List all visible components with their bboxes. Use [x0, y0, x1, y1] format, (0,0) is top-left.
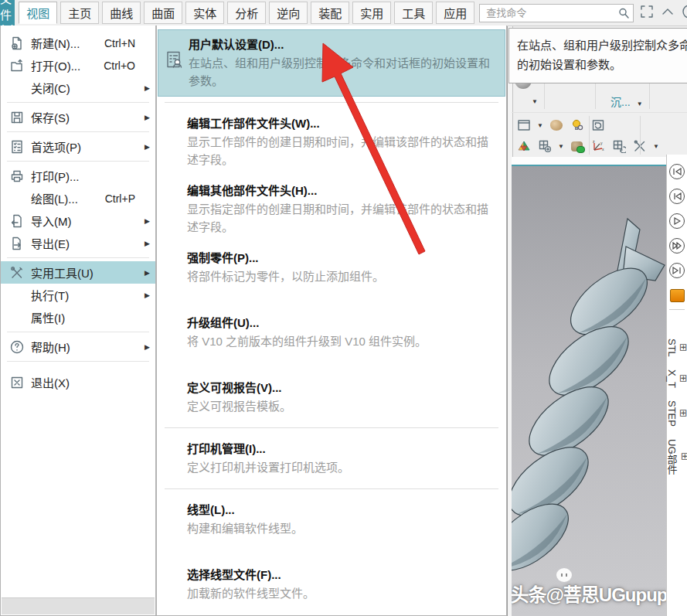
tab-surface[interactable]: 曲面	[144, 2, 182, 24]
utilities-tools-icon	[7, 264, 27, 281]
import-icon	[7, 213, 27, 230]
export-part-icon[interactable]	[670, 289, 685, 302]
user-defaults-icon	[165, 50, 185, 73]
group-divider	[649, 83, 650, 109]
chevron-down-icon[interactable]: ▼	[558, 143, 564, 150]
tab-export-stl[interactable]: ⊞STL	[666, 339, 687, 357]
chevron-down-icon[interactable]: ▼	[653, 143, 659, 150]
playback-rewind-icon[interactable]	[669, 164, 685, 179]
export-format-tabs: ⊞STL ⊞X_T ⊞STEP ⊞UG部件	[667, 339, 687, 474]
tab-application[interactable]: 应用	[436, 2, 474, 24]
view-orient-icon[interactable]	[611, 138, 627, 154]
light-bulb-icon[interactable]	[570, 117, 585, 133]
submenu-item-upgrade-components[interactable]: 升级组件(U)... 将 V10 之前版本的组件升级到 V10 组件实例。	[157, 308, 506, 357]
tab-assembly[interactable]: 装配	[311, 2, 349, 24]
playback-play-icon[interactable]	[669, 213, 685, 229]
history-refresh-icon[interactable]	[590, 117, 606, 133]
export-icon	[7, 235, 27, 252]
grid-tab-icon: ⊞	[678, 343, 687, 352]
graphics-viewport[interactable]: 头条@菩思UGupup	[512, 166, 666, 616]
menu-item-open[interactable]: 打开(O)... Ctrl+O	[1, 54, 155, 77]
ribbon-overflow-row: ▼ 沉...▼	[512, 81, 687, 112]
playback-fast-forward-icon[interactable]	[669, 238, 685, 254]
menu-item-export[interactable]: 导出(E) ▶	[1, 232, 155, 254]
playback-to-end-icon[interactable]	[669, 263, 685, 278]
menu-item-execute[interactable]: 执行(T) ▶	[1, 284, 155, 306]
submenu-arrow-icon: ▶	[145, 343, 150, 351]
watermark: 头条@菩思UGupup	[512, 580, 666, 607]
chevron-down-icon[interactable]: ▼	[532, 98, 538, 105]
submenu-item-user-defaults[interactable]: 用户默认设置(D)... 在站点、组和用户级别控制众多命令和对话框的初始设置和参…	[158, 29, 505, 97]
menu-item-close[interactable]: 关闭(C) ▶	[1, 77, 155, 99]
tab-solid[interactable]: 实体	[185, 2, 224, 24]
window-layout-icon[interactable]	[516, 117, 532, 133]
submenu-item-enforce-piece-part[interactable]: 强制零件(P)... 将部件标记为零件，以防止添加组件。	[157, 243, 506, 292]
right-workspace: ▼ 沉...▼ ▼	[507, 26, 687, 616]
command-tooltip: 在站点、组和用户级别控制众多命令 的初始设置和参数。	[508, 28, 687, 83]
tab-export-xt[interactable]: ⊞X_T	[666, 369, 687, 388]
new-document-icon	[7, 35, 27, 52]
zyx-axis-icon[interactable]: zyx	[590, 138, 606, 154]
tab-view[interactable]: 视图	[19, 2, 57, 24]
submenu-arrow-icon: ▶	[145, 143, 150, 151]
tab-utility[interactable]: 实用	[352, 2, 391, 24]
submenu-item-edit-other-part-header[interactable]: 编辑其他部件文件头(H)... 显示指定部件的创建日期和时间，并编辑该部件的状态…	[157, 175, 506, 243]
submenu-separator	[165, 427, 498, 428]
menu-item-plot[interactable]: 绘图(L)... Ctrl+P	[1, 187, 155, 209]
tab-home[interactable]: 主页	[60, 2, 99, 24]
menu-separator	[7, 161, 149, 162]
tab-export-ug-part[interactable]: ⊞UG部件	[665, 439, 687, 475]
save-icon	[7, 109, 27, 126]
file-tab[interactable]: 文件(F)	[0, 0, 15, 26]
viewport-gap	[512, 157, 687, 165]
ribbon-tab-bar: 文件(F) 视图 主页 曲线 曲面 实体 分析 逆向 装配 实用 工具 应用	[0, 0, 687, 26]
menu-item-utilities[interactable]: 实用工具(U) ▶	[1, 261, 155, 284]
submenu-item-select-line-font-file[interactable]: 选择线型文件(F)... 加载新的软件线型文件。	[157, 560, 506, 609]
help-icon[interactable]	[682, 4, 687, 22]
tab-export-step[interactable]: ⊞STEP	[666, 400, 687, 427]
open-folder-icon	[7, 57, 27, 74]
submenu-arrow-icon: ▶	[145, 217, 150, 225]
menu-separator	[7, 131, 149, 132]
tab-reverse[interactable]: 逆向	[269, 2, 308, 24]
layer-new-icon[interactable]	[537, 138, 553, 154]
menu-item-import[interactable]: 导入(M) ▶	[1, 209, 155, 232]
submenu-item-edit-work-part-header[interactable]: 编辑工作部件文件头(W)... 显示工作部件的创建日期和时间，并编辑该部件的状态…	[157, 108, 506, 175]
submenu-arrow-icon: ▶	[145, 291, 150, 299]
side-separator	[669, 309, 685, 310]
auger-screw-model	[512, 166, 666, 616]
menu-item-new[interactable]: 新建(N)... Ctrl+N	[1, 32, 155, 54]
tab-analysis[interactable]: 分析	[227, 2, 266, 24]
printer-icon	[7, 168, 27, 185]
shaded-object-icon[interactable]	[570, 138, 585, 154]
playback-step-back-icon[interactable]	[669, 189, 685, 204]
menu-item-exit[interactable]: 退出(X)	[1, 371, 155, 393]
submenu-item-line-font[interactable]: 线型(L)... 构建和编辑软件线型。	[157, 495, 506, 544]
submenu-item-printer-administration[interactable]: 打印机管理(I)... 定义打印机并设置打印机选项。	[157, 434, 506, 483]
chevron-down-icon[interactable]: ▼	[537, 122, 543, 129]
grid-tab-icon: ⊞	[678, 409, 687, 417]
right-side-toolbar: ⊞STL ⊞X_T ⊞STEP ⊞UG部件	[666, 155, 687, 616]
menu-item-save[interactable]: 保存(S) ▶	[1, 106, 155, 128]
svg-text:x: x	[602, 147, 604, 151]
help-circle-icon	[7, 339, 27, 356]
tab-tools[interactable]: 工具	[394, 2, 433, 24]
render-style-dropdown[interactable]: 沉...▼	[610, 94, 643, 109]
submenu-separator	[165, 488, 498, 489]
command-search-input[interactable]	[479, 4, 634, 22]
menu-item-properties[interactable]: 属性(I)	[1, 306, 155, 328]
grid-tab-icon: ⊞	[678, 374, 687, 383]
group-divider	[640, 116, 641, 155]
submenu-arrow-icon: ▶	[145, 114, 150, 121]
menu-item-help[interactable]: 帮助(H) ▶	[1, 335, 155, 358]
minimize-ribbon-icon[interactable]	[661, 5, 674, 21]
menu-item-print[interactable]: 打印(P)...	[1, 165, 155, 187]
shaded-head-icon[interactable]	[549, 117, 564, 133]
menu-separator	[7, 257, 149, 258]
tab-curve[interactable]: 曲线	[102, 2, 141, 24]
datum-csys-icon[interactable]	[516, 138, 532, 154]
menu-item-preferences[interactable]: 首选项(P) ▶	[1, 135, 155, 158]
submenu-item-define-visual-report[interactable]: 定义可视报告(V)... 定义可视报告模板。	[157, 373, 506, 422]
submenu-arrow-icon: ▶	[145, 240, 150, 247]
fullscreen-icon[interactable]	[640, 5, 654, 22]
